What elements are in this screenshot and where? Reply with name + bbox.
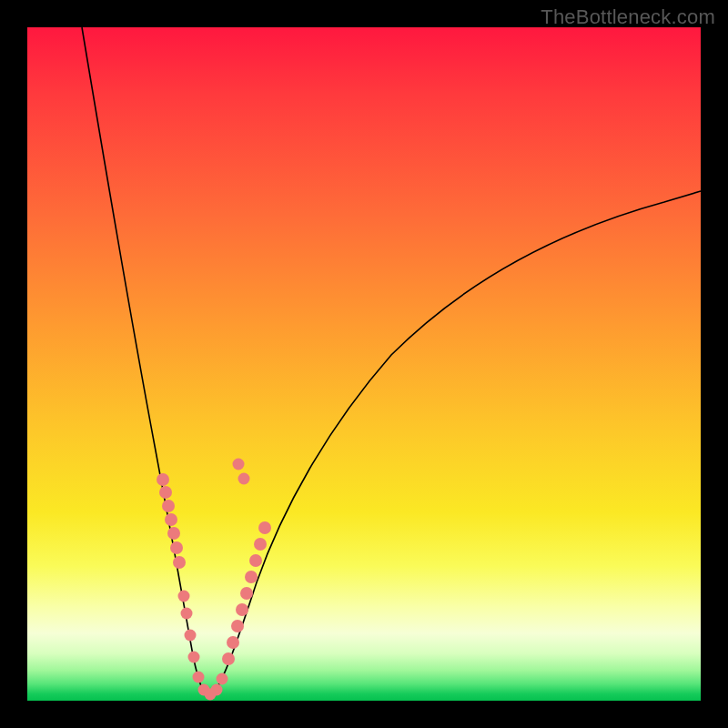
data-dot bbox=[178, 591, 190, 602]
data-dot bbox=[167, 527, 180, 540]
data-dot bbox=[254, 538, 267, 551]
data-dot bbox=[185, 630, 197, 642]
data-dot bbox=[173, 556, 186, 569]
chart-frame: TheBottleneck.com bbox=[0, 0, 728, 728]
data-dot bbox=[240, 587, 253, 600]
data-dot bbox=[159, 486, 172, 499]
data-dot bbox=[238, 473, 250, 485]
data-dot bbox=[258, 521, 271, 534]
data-dot bbox=[249, 554, 262, 567]
data-dot bbox=[170, 541, 183, 554]
data-dot bbox=[211, 684, 223, 696]
bottleneck-curve bbox=[82, 27, 701, 696]
data-dot bbox=[181, 608, 193, 620]
data-dot bbox=[233, 459, 245, 470]
data-dot bbox=[236, 603, 248, 616]
data-dot bbox=[157, 473, 169, 486]
plot-area bbox=[27, 27, 701, 701]
data-dot bbox=[188, 652, 200, 663]
data-dot bbox=[245, 571, 258, 583]
data-dot bbox=[162, 500, 175, 512]
watermark-text: TheBottleneck.com bbox=[541, 5, 715, 29]
data-dot bbox=[193, 672, 205, 683]
data-dot bbox=[222, 652, 235, 665]
data-dot bbox=[227, 636, 239, 649]
data-dot bbox=[231, 620, 244, 632]
data-dot bbox=[217, 673, 228, 685]
data-dot bbox=[165, 513, 177, 526]
dot-cluster bbox=[157, 459, 271, 701]
curve-layer bbox=[27, 27, 701, 701]
